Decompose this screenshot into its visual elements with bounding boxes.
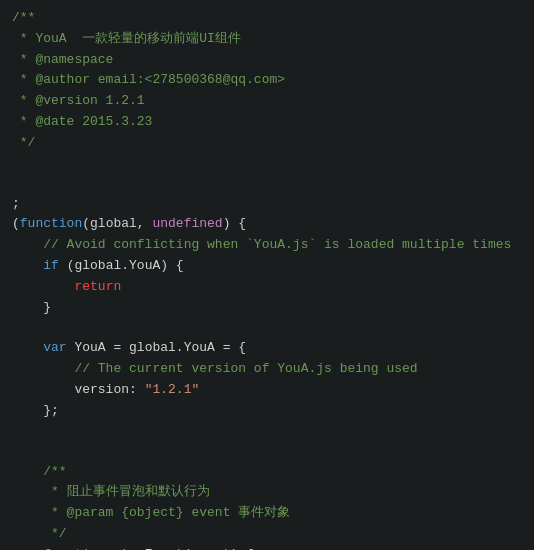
code-token: /** xyxy=(12,8,35,29)
code-token: event xyxy=(191,545,230,550)
code-line xyxy=(0,422,534,442)
code-token: * @version 1.2.1 xyxy=(12,91,145,112)
code-token: /** xyxy=(12,462,67,483)
code-line: * 阻止事件冒泡和默认行为 xyxy=(0,482,534,503)
code-token: function xyxy=(43,545,105,550)
code-token: * YouA 一款轻量的移动前端UI组件 xyxy=(12,29,241,50)
code-line xyxy=(0,174,534,194)
code-token: */ xyxy=(12,524,67,545)
code-line: /** xyxy=(0,8,534,29)
code-line: * @param {object} event 事件对象 xyxy=(0,503,534,524)
code-line: * @version 1.2.1 xyxy=(0,91,534,112)
code-token xyxy=(12,277,74,298)
code-token: ) { xyxy=(223,214,246,235)
code-line: * @namespace xyxy=(0,50,534,71)
code-line: return xyxy=(0,277,534,298)
code-line xyxy=(0,442,534,462)
code-token: function xyxy=(20,214,82,235)
code-token: YouA = global.YouA = { xyxy=(67,338,246,359)
code-token: // The current version of YouA.js being … xyxy=(12,359,418,380)
code-line: (function(global, undefined) { xyxy=(0,214,534,235)
code-token: * @date 2015.3.23 xyxy=(12,112,152,133)
code-token: ) { xyxy=(231,545,254,550)
code-token: if xyxy=(43,256,59,277)
code-token: var xyxy=(43,338,66,359)
code-token: (global, xyxy=(82,214,152,235)
code-token: * @namespace xyxy=(12,50,113,71)
code-line: */ xyxy=(0,133,534,154)
code-token: ( xyxy=(12,214,20,235)
code-line: if (global.YouA) { xyxy=(0,256,534,277)
code-line: /** xyxy=(0,462,534,483)
code-token: */ xyxy=(12,133,35,154)
code-token: }; xyxy=(12,401,59,422)
code-line: // The current version of YouA.js being … xyxy=(0,359,534,380)
code-line: */ xyxy=(0,524,534,545)
code-line: function stopEvent(event) { xyxy=(0,545,534,550)
code-line: * YouA 一款轻量的移动前端UI组件 xyxy=(0,29,534,50)
code-token: } xyxy=(12,298,51,319)
code-token xyxy=(12,545,43,550)
code-token: "1.2.1" xyxy=(145,380,200,401)
code-token: * @param {object} event 事件对象 xyxy=(12,503,290,524)
code-line: ; xyxy=(0,194,534,215)
code-token: // Avoid conflicting when `YouA.js` is l… xyxy=(12,235,511,256)
code-token: stopEvent xyxy=(113,545,183,550)
code-line: var YouA = global.YouA = { xyxy=(0,338,534,359)
code-line: * @author email:<278500368@qq.com> xyxy=(0,70,534,91)
code-token: * 阻止事件冒泡和默认行为 xyxy=(12,482,210,503)
code-token: (global.YouA) { xyxy=(59,256,184,277)
code-token: version: xyxy=(12,380,145,401)
code-editor: /** * YouA 一款轻量的移动前端UI组件 * @namespace * … xyxy=(0,0,534,550)
code-line: } xyxy=(0,298,534,319)
code-line: }; xyxy=(0,401,534,422)
code-line xyxy=(0,318,534,338)
code-token xyxy=(12,338,43,359)
code-token xyxy=(106,545,114,550)
code-line xyxy=(0,154,534,174)
code-line: * @date 2015.3.23 xyxy=(0,112,534,133)
code-line: // Avoid conflicting when `YouA.js` is l… xyxy=(0,235,534,256)
code-token: ( xyxy=(184,545,192,550)
code-line: version: "1.2.1" xyxy=(0,380,534,401)
code-token: ; xyxy=(12,194,20,215)
code-token: return xyxy=(74,277,121,298)
code-token: undefined xyxy=(152,214,222,235)
code-token: * @author email:<278500368@qq.com> xyxy=(12,70,285,91)
code-token xyxy=(12,256,43,277)
